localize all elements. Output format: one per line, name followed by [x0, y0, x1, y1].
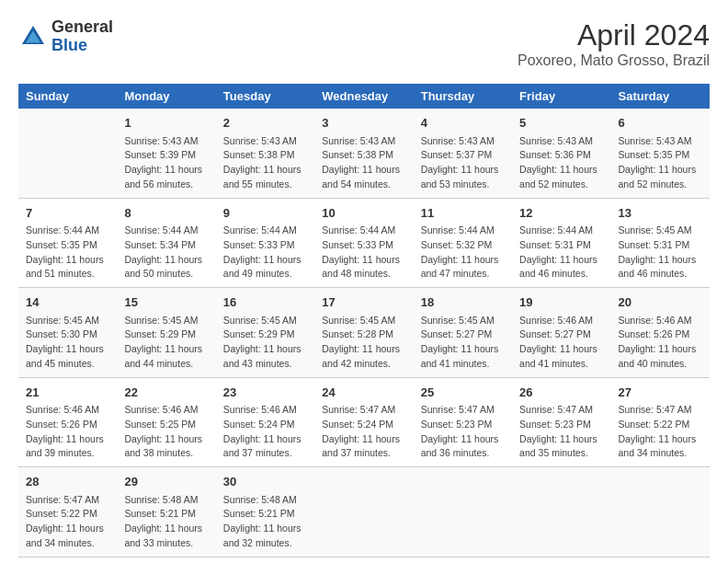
column-header-sunday: Sunday: [18, 84, 117, 109]
calendar-table: SundayMondayTuesdayWednesdayThursdayFrid…: [18, 84, 710, 557]
day-info: Sunrise: 5:43 AM Sunset: 5:38 PM Dayligh…: [322, 135, 400, 190]
day-number: 11: [421, 204, 505, 223]
day-info: Sunrise: 5:45 AM Sunset: 5:29 PM Dayligh…: [223, 315, 301, 369]
day-info: Sunrise: 5:46 AM Sunset: 5:27 PM Dayligh…: [519, 315, 597, 369]
day-number: 8: [124, 204, 208, 223]
week-row-5: 28Sunrise: 5:47 AM Sunset: 5:22 PM Dayli…: [18, 467, 710, 557]
day-number: 21: [26, 384, 109, 402]
day-cell: 3Sunrise: 5:43 AM Sunset: 5:38 PM Daylig…: [314, 109, 413, 198]
day-number: 4: [421, 114, 505, 132]
day-cell: 26Sunrise: 5:47 AM Sunset: 5:23 PM Dayli…: [512, 377, 610, 467]
column-header-saturday: Saturday: [611, 84, 710, 109]
week-row-2: 7Sunrise: 5:44 AM Sunset: 5:35 PM Daylig…: [18, 198, 710, 288]
day-number: 18: [421, 293, 505, 312]
day-info: Sunrise: 5:43 AM Sunset: 5:36 PM Dayligh…: [519, 135, 597, 190]
day-info: Sunrise: 5:44 AM Sunset: 5:34 PM Dayligh…: [124, 224, 202, 279]
day-cell: 15Sunrise: 5:45 AM Sunset: 5:29 PM Dayli…: [117, 288, 215, 378]
day-number: 13: [619, 204, 702, 223]
logo-icon: [18, 22, 48, 52]
day-info: Sunrise: 5:48 AM Sunset: 5:21 PM Dayligh…: [223, 494, 301, 548]
day-number: 3: [322, 114, 405, 132]
logo: General Blue: [18, 18, 113, 55]
day-info: Sunrise: 5:44 AM Sunset: 5:31 PM Dayligh…: [519, 224, 597, 279]
day-number: 2: [223, 114, 307, 132]
day-cell: [414, 467, 512, 557]
day-number: 22: [124, 384, 208, 402]
day-number: 23: [223, 384, 307, 402]
day-cell: 14Sunrise: 5:45 AM Sunset: 5:30 PM Dayli…: [18, 288, 117, 378]
day-info: Sunrise: 5:43 AM Sunset: 5:35 PM Dayligh…: [619, 135, 697, 190]
day-info: Sunrise: 5:44 AM Sunset: 5:33 PM Dayligh…: [223, 224, 301, 279]
day-cell: 29Sunrise: 5:48 AM Sunset: 5:21 PM Dayli…: [117, 467, 215, 557]
day-info: Sunrise: 5:46 AM Sunset: 5:25 PM Dayligh…: [124, 404, 202, 458]
day-cell: 22Sunrise: 5:46 AM Sunset: 5:25 PM Dayli…: [117, 377, 215, 467]
day-cell: [512, 467, 610, 557]
day-info: Sunrise: 5:48 AM Sunset: 5:21 PM Dayligh…: [124, 494, 202, 548]
day-cell: 6Sunrise: 5:43 AM Sunset: 5:35 PM Daylig…: [611, 109, 710, 198]
day-number: 5: [519, 114, 603, 132]
logo-blue-text: Blue: [51, 36, 87, 54]
column-header-monday: Monday: [117, 84, 215, 109]
day-cell: 11Sunrise: 5:44 AM Sunset: 5:32 PM Dayli…: [414, 198, 512, 288]
day-cell: 24Sunrise: 5:47 AM Sunset: 5:24 PM Dayli…: [314, 377, 413, 467]
week-row-4: 21Sunrise: 5:46 AM Sunset: 5:26 PM Dayli…: [18, 377, 710, 467]
day-number: 17: [322, 293, 405, 312]
day-info: Sunrise: 5:47 AM Sunset: 5:23 PM Dayligh…: [519, 404, 597, 458]
day-number: 19: [519, 293, 603, 312]
day-cell: 23Sunrise: 5:46 AM Sunset: 5:24 PM Dayli…: [216, 377, 314, 467]
day-cell: 16Sunrise: 5:45 AM Sunset: 5:29 PM Dayli…: [216, 288, 314, 378]
day-cell: 20Sunrise: 5:46 AM Sunset: 5:26 PM Dayli…: [611, 288, 710, 378]
day-info: Sunrise: 5:46 AM Sunset: 5:26 PM Dayligh…: [26, 404, 104, 458]
column-header-tuesday: Tuesday: [216, 84, 314, 109]
day-number: 25: [421, 384, 505, 402]
day-info: Sunrise: 5:47 AM Sunset: 5:24 PM Dayligh…: [322, 404, 400, 458]
day-number: 29: [124, 473, 208, 491]
day-cell: [18, 109, 117, 198]
day-info: Sunrise: 5:45 AM Sunset: 5:31 PM Dayligh…: [619, 224, 697, 279]
column-header-friday: Friday: [512, 84, 610, 109]
day-cell: 30Sunrise: 5:48 AM Sunset: 5:21 PM Dayli…: [216, 467, 314, 557]
day-cell: 7Sunrise: 5:44 AM Sunset: 5:35 PM Daylig…: [18, 198, 117, 288]
day-number: 26: [519, 384, 603, 402]
month-year: April 2024: [518, 18, 710, 52]
day-cell: 10Sunrise: 5:44 AM Sunset: 5:33 PM Dayli…: [314, 198, 413, 288]
day-number: 15: [124, 293, 208, 312]
day-cell: 8Sunrise: 5:44 AM Sunset: 5:34 PM Daylig…: [117, 198, 215, 288]
day-number: 1: [124, 114, 208, 132]
day-cell: 27Sunrise: 5:47 AM Sunset: 5:22 PM Dayli…: [611, 377, 710, 467]
day-cell: [611, 467, 710, 557]
day-info: Sunrise: 5:47 AM Sunset: 5:22 PM Dayligh…: [619, 404, 697, 458]
day-cell: 13Sunrise: 5:45 AM Sunset: 5:31 PM Dayli…: [611, 198, 710, 288]
day-number: 6: [619, 114, 702, 132]
day-cell: 18Sunrise: 5:45 AM Sunset: 5:27 PM Dayli…: [414, 288, 512, 378]
day-info: Sunrise: 5:44 AM Sunset: 5:35 PM Dayligh…: [26, 224, 104, 279]
logo-general-text: General: [51, 17, 113, 36]
day-info: Sunrise: 5:46 AM Sunset: 5:24 PM Dayligh…: [223, 404, 301, 458]
day-cell: 17Sunrise: 5:45 AM Sunset: 5:28 PM Dayli…: [314, 288, 413, 378]
day-number: 20: [619, 293, 702, 312]
day-number: 16: [223, 293, 307, 312]
day-info: Sunrise: 5:47 AM Sunset: 5:22 PM Dayligh…: [26, 494, 104, 548]
page-header: General Blue April 2024 Poxoreo, Mato Gr…: [18, 18, 710, 69]
day-info: Sunrise: 5:45 AM Sunset: 5:28 PM Dayligh…: [322, 315, 400, 369]
day-info: Sunrise: 5:46 AM Sunset: 5:26 PM Dayligh…: [619, 315, 697, 369]
day-number: 14: [26, 293, 109, 312]
day-cell: 9Sunrise: 5:44 AM Sunset: 5:33 PM Daylig…: [216, 198, 314, 288]
day-cell: 4Sunrise: 5:43 AM Sunset: 5:37 PM Daylig…: [414, 109, 512, 198]
day-info: Sunrise: 5:45 AM Sunset: 5:29 PM Dayligh…: [124, 315, 202, 369]
day-cell: 28Sunrise: 5:47 AM Sunset: 5:22 PM Dayli…: [18, 467, 117, 557]
day-info: Sunrise: 5:43 AM Sunset: 5:37 PM Dayligh…: [421, 135, 499, 190]
column-header-thursday: Thursday: [414, 84, 512, 109]
day-cell: 2Sunrise: 5:43 AM Sunset: 5:38 PM Daylig…: [216, 109, 314, 198]
day-cell: 25Sunrise: 5:47 AM Sunset: 5:23 PM Dayli…: [414, 377, 512, 467]
day-info: Sunrise: 5:44 AM Sunset: 5:32 PM Dayligh…: [421, 224, 499, 279]
week-row-1: 1Sunrise: 5:43 AM Sunset: 5:39 PM Daylig…: [18, 109, 710, 198]
day-cell: 19Sunrise: 5:46 AM Sunset: 5:27 PM Dayli…: [512, 288, 610, 378]
day-info: Sunrise: 5:47 AM Sunset: 5:23 PM Dayligh…: [421, 404, 499, 458]
day-number: 12: [519, 204, 603, 223]
day-number: 24: [322, 384, 405, 402]
title-block: April 2024 Poxoreo, Mato Grosso, Brazil: [518, 18, 710, 69]
day-cell: 5Sunrise: 5:43 AM Sunset: 5:36 PM Daylig…: [512, 109, 610, 198]
day-number: 27: [619, 384, 702, 402]
day-cell: 1Sunrise: 5:43 AM Sunset: 5:39 PM Daylig…: [117, 109, 215, 198]
